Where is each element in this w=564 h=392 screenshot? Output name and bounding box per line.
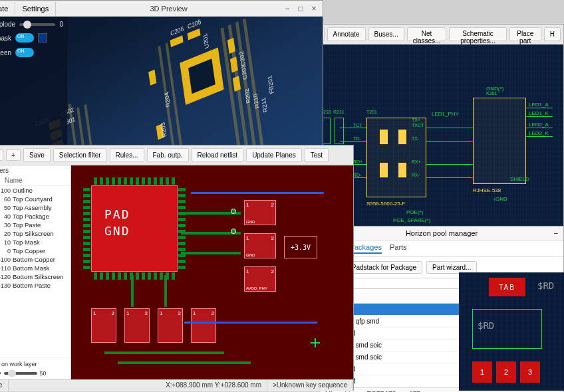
chip-pin[interactable] (83, 188, 90, 191)
chip-pin[interactable] (83, 254, 90, 257)
trace[interactable] (104, 351, 224, 354)
place-part-button[interactable]: Place part (509, 27, 541, 41)
buses-button[interactable]: Buses... (368, 27, 404, 41)
chip-pin[interactable] (160, 272, 163, 280)
help-button[interactable]: H (544, 27, 561, 41)
trace[interactable] (181, 252, 241, 254)
footprint-cap3[interactable]: 12 AVDD_PHY (244, 266, 276, 292)
reload-netlist-button[interactable]: Reload netlist (192, 148, 244, 162)
chip-pin[interactable] (118, 272, 121, 280)
soldermask-toggle[interactable] (15, 33, 34, 43)
chip-pin[interactable] (83, 194, 90, 197)
trace-bottom[interactable] (191, 192, 324, 194)
net-classes-button[interactable]: Net classes... (407, 27, 447, 41)
chip-pin[interactable] (154, 177, 157, 185)
annotate-button[interactable]: Annotate (327, 27, 366, 41)
chip-pin[interactable] (83, 266, 90, 269)
chip-pin[interactable] (178, 236, 186, 239)
close-icon[interactable]: × (308, 4, 320, 13)
selection-filter-button[interactable]: Selection filter (53, 148, 107, 162)
chip-pin[interactable] (154, 272, 157, 280)
chip-pin[interactable] (94, 177, 97, 185)
layer-row[interactable]: 50Top Assembly (0, 203, 70, 212)
chip-pin[interactable] (160, 177, 163, 185)
tab-parts[interactable]: Parts (390, 243, 407, 254)
chip-pin[interactable] (83, 224, 90, 227)
chip-pin[interactable] (142, 272, 145, 280)
footprint-small[interactable]: 12 (91, 308, 116, 343)
layer-row[interactable]: 10Top Mask (0, 238, 70, 246)
chip-pin[interactable] (124, 177, 127, 185)
zoom-out-button[interactable]: − (0, 149, 3, 161)
chip-pin[interactable] (178, 206, 186, 209)
trace[interactable] (131, 275, 134, 307)
layer-row[interactable]: -100Bottom Copper (0, 255, 70, 264)
chip-pin[interactable] (166, 177, 169, 185)
board-canvas[interactable]: PAD GND 12 GND 12 GND 12 AVDD_PHY +3.3V … (71, 165, 353, 379)
chip-pin[interactable] (178, 224, 186, 227)
layer-row[interactable]: 30Top Paste (0, 221, 70, 229)
layer-row[interactable]: 40Top Package (0, 212, 70, 221)
via[interactable] (231, 209, 236, 214)
chip-pin[interactable] (83, 260, 90, 263)
chip-pin[interactable] (136, 272, 139, 280)
layer-row[interactable]: -130Bottom Paste (0, 281, 70, 290)
chip-pin[interactable] (100, 272, 103, 280)
chip-pin[interactable] (106, 272, 109, 280)
maximize-icon[interactable]: □ (295, 4, 307, 13)
chip-pin[interactable] (172, 177, 175, 185)
test-button[interactable]: Test (305, 148, 329, 162)
chip-pin[interactable] (130, 177, 133, 185)
footprint-small[interactable]: 12 (158, 308, 183, 343)
footprint-cap2[interactable]: 12 GND (244, 233, 276, 258)
chip-pin[interactable] (83, 218, 90, 221)
tab-update[interactable]: date (0, 2, 15, 15)
chip-pin[interactable] (83, 230, 90, 233)
chip-pin[interactable] (83, 242, 90, 245)
chip-pin[interactable] (100, 177, 103, 185)
schematic-properties-button[interactable]: Schematic properties... (449, 27, 506, 41)
layer-row[interactable]: -110Bottom Mask (0, 264, 70, 272)
chip-pin[interactable] (83, 212, 90, 215)
update-planes-button[interactable]: Update Planes (246, 148, 302, 162)
schematic-resistor[interactable] (335, 118, 344, 144)
footprint-small[interactable]: 12 (191, 308, 216, 343)
opacity-slider[interactable] (4, 372, 37, 375)
explode-slider[interactable] (19, 23, 55, 26)
chip-pin[interactable] (148, 272, 151, 280)
chip-pin[interactable] (178, 242, 186, 245)
tab-settings[interactable]: Settings (15, 2, 56, 15)
rules-button[interactable]: Rules... (110, 148, 144, 162)
fab-output-button[interactable]: Fab. outp. (147, 148, 189, 162)
silkscreen-toggle[interactable] (15, 48, 34, 57)
minimize-icon[interactable]: − (554, 229, 558, 237)
chip-pin[interactable] (178, 248, 186, 251)
footprint-small[interactable]: 12 (124, 308, 150, 343)
layer-row[interactable]: 100Outline (0, 186, 70, 195)
chip-pin[interactable] (178, 260, 186, 263)
chip-pin[interactable] (83, 200, 90, 203)
chip-pin[interactable] (106, 177, 109, 185)
chip-pin[interactable] (136, 177, 139, 185)
layer-row[interactable]: 60Top Courtyard (0, 195, 70, 203)
chip-pin[interactable] (83, 206, 90, 209)
chip-pin[interactable] (112, 177, 115, 185)
package-preview-canvas[interactable]: TAB $RD $RD 1 2 3 (459, 272, 564, 391)
chip-pin[interactable] (148, 177, 151, 185)
schematic-component-t201[interactable] (366, 118, 426, 197)
tab-packages[interactable]: Packages (350, 243, 382, 254)
schematic-component-k201[interactable] (473, 98, 526, 184)
chip-pin[interactable] (118, 177, 121, 185)
layer-row[interactable]: 0Top Copper (0, 246, 70, 255)
zoom-in-button[interactable]: + (6, 149, 21, 161)
chip-pin[interactable] (172, 272, 175, 280)
footprint-cap1[interactable]: 12 GND (244, 200, 276, 225)
chip-pin[interactable] (178, 200, 186, 203)
trace[interactable] (118, 361, 251, 364)
chip-pin[interactable] (124, 272, 127, 280)
chip-pin[interactable] (112, 272, 115, 280)
soldermask-color-swatch[interactable] (38, 33, 47, 43)
chip-pin[interactable] (178, 188, 186, 191)
chip-pin[interactable] (178, 266, 186, 269)
chip-pin[interactable] (83, 236, 90, 239)
